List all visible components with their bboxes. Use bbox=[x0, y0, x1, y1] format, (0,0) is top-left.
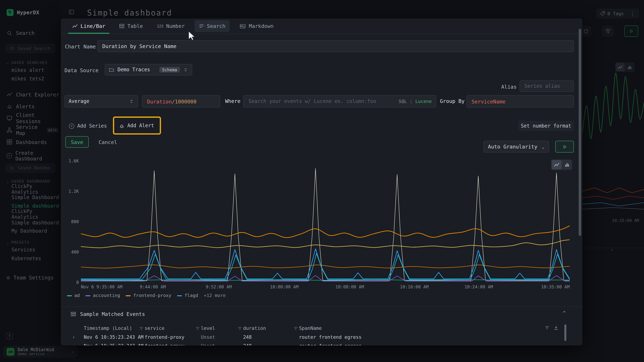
line-chart-icon[interactable] bbox=[552, 160, 561, 169]
download-button[interactable] bbox=[554, 325, 559, 330]
add-alert-button[interactable]: Add Alert bbox=[117, 120, 156, 131]
set-number-format-button[interactable]: Set number format bbox=[518, 121, 574, 131]
col-header-duration[interactable]: duration bbox=[243, 325, 266, 331]
legend-dash bbox=[126, 295, 131, 296]
y-tick: 1.2K bbox=[62, 189, 79, 194]
divider bbox=[61, 306, 582, 307]
granularity-select[interactable]: Auto Granularity ⌄ bbox=[483, 141, 549, 153]
save-button[interactable]: Save bbox=[65, 136, 89, 148]
alias-input[interactable] bbox=[520, 80, 574, 92]
sample-events-title: Sample Matched Events bbox=[80, 311, 145, 317]
field-expression-input[interactable]: Duration/1000000 bbox=[142, 95, 220, 108]
event-row[interactable]: › Nov 6 10:35:23.243 AM frontend-proxy U… bbox=[61, 334, 582, 342]
tab-search[interactable]: Search bbox=[195, 20, 230, 32]
bar-chart-icon[interactable] bbox=[562, 160, 572, 169]
event-row-clipped[interactable]: › Nov 6 10:35:23.243 AM frontend-proxy U… bbox=[61, 342, 582, 345]
duration-line-chart bbox=[81, 161, 570, 282]
tab-table[interactable]: Table bbox=[115, 18, 147, 34]
y-tick: 1.6K bbox=[62, 158, 79, 163]
tab-markdown[interactable]: Markdown bbox=[235, 18, 278, 34]
run-chart-button[interactable] bbox=[555, 141, 574, 153]
cancel-button[interactable]: Cancel bbox=[96, 136, 120, 148]
chevron-down-icon: ⌄ bbox=[542, 144, 545, 150]
play-icon bbox=[562, 144, 567, 149]
events-toolbar bbox=[536, 325, 559, 330]
legend-item[interactable]: accounting bbox=[86, 293, 120, 298]
column-filter-icon bbox=[195, 326, 200, 331]
modal-scrollbar[interactable] bbox=[579, 29, 581, 236]
code-view-button[interactable] bbox=[536, 325, 540, 330]
col-header-timestamp[interactable]: Timestamp (Local) bbox=[84, 325, 132, 331]
tab-number[interactable]: 123 Number bbox=[153, 18, 189, 34]
group-by-label: Group By bbox=[440, 98, 464, 104]
events-table-header: Timestamp (Local) service level duration… bbox=[61, 325, 582, 333]
column-filter-icon bbox=[139, 326, 144, 331]
lucene-toggle[interactable]: Lucene bbox=[416, 99, 432, 104]
y-tick: 0 bbox=[62, 280, 79, 285]
chart-name-input[interactable] bbox=[97, 40, 574, 52]
y-tick: 400 bbox=[62, 249, 79, 254]
legend-item[interactable]: frontend-proxy bbox=[126, 293, 172, 298]
chart-name-label: Chart Name bbox=[65, 43, 96, 49]
app-root: HyperDX Search ⌄ SAVED SEARCHES mikes al… bbox=[0, 0, 644, 362]
expand-row-icon[interactable]: › bbox=[72, 334, 75, 340]
legend-dash bbox=[86, 295, 90, 296]
legend-more[interactable]: +12 more bbox=[204, 293, 226, 298]
group-by-input[interactable]: ServiceName bbox=[466, 95, 574, 108]
legend-dash bbox=[67, 295, 72, 296]
updown-icon bbox=[183, 67, 188, 72]
col-header-level[interactable]: level bbox=[201, 325, 215, 331]
where-label: Where bbox=[225, 98, 240, 104]
sql-toggle[interactable]: SQL bbox=[399, 99, 407, 104]
data-source-select[interactable]: Demo Traces Schema bbox=[105, 64, 192, 75]
updown-icon bbox=[129, 99, 134, 104]
data-source-label: Data Source bbox=[64, 67, 98, 73]
aggregation-select[interactable]: Average bbox=[64, 95, 138, 108]
chart-type-tabs: Line/Bar Table 123 Number Search Markdow… bbox=[61, 18, 582, 34]
where-search-box[interactable]: SQL | Lucene bbox=[243, 95, 436, 108]
plus-circle-icon: + bbox=[69, 123, 74, 129]
where-input[interactable] bbox=[248, 98, 396, 105]
table-icon bbox=[71, 311, 76, 317]
legend-item[interactable]: ad bbox=[67, 293, 80, 298]
col-header-service[interactable]: service bbox=[144, 325, 164, 331]
folder-icon bbox=[109, 67, 114, 72]
y-tick: 800 bbox=[62, 219, 79, 224]
tab-line-bar[interactable]: Line/Bar bbox=[68, 18, 109, 34]
bell-icon bbox=[119, 123, 124, 128]
chart-editor-modal: Line/Bar Table 123 Number Search Markdow… bbox=[61, 18, 582, 345]
col-header-spanname[interactable]: SpanName bbox=[299, 325, 322, 331]
legend-item[interactable]: flagd bbox=[177, 293, 198, 298]
chart-display-toggle bbox=[551, 160, 572, 170]
column-filter-icon bbox=[238, 326, 242, 331]
alias-label: Alias bbox=[498, 84, 517, 90]
x-axis: Nov 6 9:35:00 AM 9:44:00 AM 9:52:00 AM 1… bbox=[81, 284, 570, 290]
add-series-button[interactable]: + Add Series bbox=[66, 121, 109, 131]
collapse-section-button[interactable]: ⌃ bbox=[562, 310, 566, 316]
number-123-icon: 123 bbox=[157, 24, 163, 28]
column-filter-icon bbox=[293, 326, 298, 331]
schema-badge: Schema bbox=[160, 67, 180, 73]
chart-legend: ad accounting frontend-proxy flagd +12 m… bbox=[67, 293, 226, 298]
legend-dash bbox=[177, 295, 182, 296]
column-settings-button[interactable] bbox=[544, 325, 550, 330]
